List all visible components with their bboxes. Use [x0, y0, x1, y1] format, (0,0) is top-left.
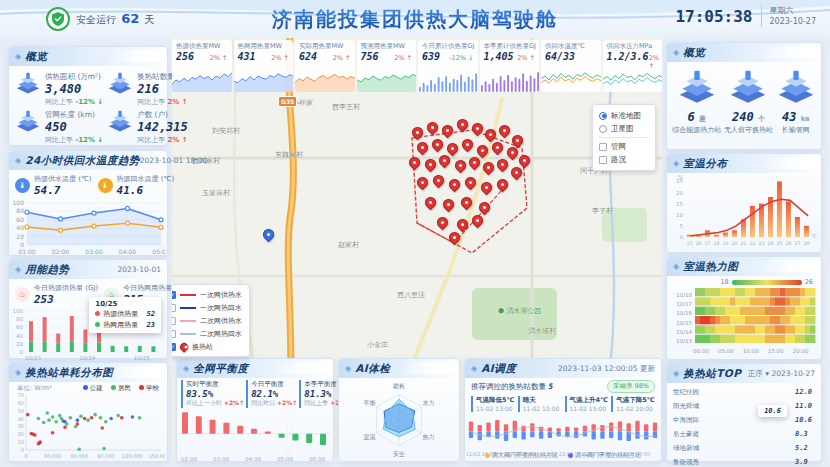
- radio-off-icon[interactable]: [599, 125, 607, 133]
- panel-title: 全网平衡度: [193, 362, 248, 376]
- place-label: 西八里洼: [397, 290, 425, 300]
- place-label: 西李王村: [332, 102, 360, 112]
- legend-public[interactable]: 公建: [83, 384, 103, 393]
- legend-school[interactable]: 学校: [139, 384, 159, 393]
- top-station-row[interactable]: 阳光舜城11.0: [667, 399, 821, 413]
- svg-text:0: 0: [20, 349, 24, 355]
- layer-satellite-option[interactable]: 卫星图: [599, 122, 649, 135]
- place-label: 清水坡村: [528, 326, 556, 336]
- clock-time: 17:05:38: [675, 7, 752, 26]
- safe-run-label: 安全运行: [76, 14, 116, 25]
- top-stations-chart[interactable]: 10.6 世纪佳园12.0阳光舜城11.0中海国际10.6名士豪庭8.3绿地新城…: [667, 383, 821, 467]
- svg-text:60: 60: [18, 400, 24, 406]
- checkbox-icon[interactable]: [599, 143, 607, 151]
- checkbox-icon[interactable]: [599, 156, 607, 164]
- panel-title: AI体检: [355, 362, 390, 376]
- heat-gradient: [732, 280, 802, 285]
- svg-text:℃: ℃: [811, 233, 817, 239]
- map-legend-item[interactable]: 二次网供热水: [172, 314, 244, 327]
- radar-chart[interactable]: 能耗水力热力安全室温平衡: [339, 378, 459, 458]
- kpi-card[interactable]: 供回水温度℃ 64/33: [541, 40, 601, 92]
- svg-text:0: 0: [24, 453, 27, 459]
- map-layer-control[interactable]: 标准地图 卫星图 管网 路况: [592, 104, 656, 171]
- kpi-card[interactable]: 供回水压力MPa 1.2/3.6 2% ↑: [603, 40, 663, 92]
- scatter-chart[interactable]: 010203040506070030,00060,00090,000120,00…: [11, 393, 165, 459]
- radio-on-icon[interactable]: [599, 112, 607, 120]
- svg-text:15: 15: [676, 201, 683, 207]
- dispatch-note: 推荐调控的换热站数量 5: [471, 382, 553, 392]
- top-station-row[interactable]: 世纪佳园12.0: [667, 385, 821, 399]
- device-3d-icon: [15, 109, 41, 135]
- top-station-row[interactable]: 绿地新城5.2: [667, 441, 821, 455]
- temp-dist-chart[interactable]: 0510152025%1516171819202122232425262728℃: [669, 173, 819, 247]
- svg-text:20: 20: [16, 341, 23, 347]
- legend-close-valve: 调小阀门开度的机组占比: [568, 451, 641, 460]
- map-legend[interactable]: 一次网供热水一次网热回水二次网供热水二次网热回水换热站: [172, 284, 250, 357]
- device-3d-icon: [776, 68, 816, 108]
- layer-standard-option[interactable]: 标准地图: [599, 109, 649, 122]
- svg-text:80: 80: [16, 207, 24, 214]
- svg-text:水力: 水力: [422, 399, 434, 406]
- panel-energy-trend: ◈用能趋势 2023-10-01 ♨ 今日热源供热量 (GJ)253 ♨ 今日热…: [8, 259, 168, 359]
- safe-run-badge: 安全运行 62 天: [46, 7, 154, 31]
- panel-title: 24小时供回水温度趋势: [25, 154, 140, 168]
- svg-text:10:00: 10:00: [743, 348, 759, 354]
- flame-icon: ♨: [15, 287, 30, 302]
- energy-trend-chart[interactable]: 10/25 热源供热量 52 热网用热量 23 02040608010010/2…: [11, 309, 165, 361]
- kpi-card[interactable]: 热源供热量MW 256 2% ↑: [172, 40, 232, 92]
- svg-text:24: 24: [767, 241, 773, 246]
- svg-text:05:00: 05:00: [277, 456, 293, 462]
- svg-text:40: 40: [18, 416, 24, 422]
- place-label: 小金庄: [367, 340, 388, 350]
- map-legend-item[interactable]: 一次网热回水: [172, 301, 244, 314]
- top-station-row[interactable]: 中海国际10.6: [667, 413, 821, 427]
- svg-text:22: 22: [749, 241, 755, 246]
- svg-text:15: 15: [686, 241, 692, 246]
- place-label: 赵家村: [338, 240, 359, 250]
- panel-title: 换热站TOP: [683, 367, 741, 381]
- device-3d-icon: [728, 68, 768, 108]
- legend-resident[interactable]: 居民: [111, 384, 131, 393]
- top-station-row[interactable]: 名士豪庭8.3: [667, 427, 821, 441]
- opt-traffic-label: 路况: [611, 155, 626, 165]
- svg-text:10: 10: [676, 212, 683, 218]
- svg-text:90,000: 90,000: [97, 453, 115, 459]
- svg-text:30: 30: [18, 423, 24, 429]
- balance-stat: 今日平衡度82.1% 同比昨日 +2%↑: [246, 380, 297, 408]
- svg-text:04:00: 04:00: [119, 248, 136, 255]
- map-legend-item[interactable]: 一次网供热水: [172, 288, 244, 301]
- temp-trend-chart[interactable]: 02040608010001:0002:0003:0004:0005:00: [11, 200, 165, 256]
- svg-text:30,000: 30,000: [44, 453, 62, 459]
- map-legend-item[interactable]: 换热站: [172, 340, 244, 353]
- source-heat-stat: ♨ 今日热源供热量 (GJ)253: [15, 282, 98, 306]
- kpi-card[interactable]: 今日累计供热量GJ 639 -12% ↓: [418, 40, 478, 92]
- top-station-row[interactable]: 鲁能领秀3.9: [667, 455, 821, 467]
- place-label: 东魏家村: [275, 150, 303, 160]
- device-3d-icon: [107, 71, 133, 97]
- svg-text:10/24: 10/24: [79, 355, 95, 361]
- date-select[interactable]: 2023-10-27: [771, 369, 815, 378]
- map-legend-item[interactable]: 二次网热回水: [172, 327, 244, 340]
- svg-text:70: 70: [18, 393, 24, 398]
- layer-standard-label: 标准地图: [611, 111, 641, 121]
- svg-text:20: 20: [16, 233, 24, 240]
- kpi-card[interactable]: 实际用热量MW 624 2% ↑: [295, 40, 355, 92]
- svg-text:04:00: 04:00: [245, 456, 261, 462]
- heatmap-chart[interactable]: 10/1810/1710/1610/1510/1410/1300:0005:00…: [669, 286, 819, 354]
- kpi-card[interactable]: 热网用热量MW 431 2% ↑: [234, 40, 294, 92]
- svg-text:10/17: 10/17: [676, 301, 692, 307]
- svg-text:15:00: 15:00: [768, 348, 784, 354]
- svg-text:10/25: 10/25: [134, 355, 150, 361]
- kpi-card[interactable]: 本季累计供热量GJ 1,405 2% ↑: [480, 40, 540, 92]
- opt-traffic-option[interactable]: 路况: [599, 153, 649, 166]
- svg-text:室温: 室温: [364, 433, 376, 440]
- sort-select[interactable]: 正序 ▾: [748, 369, 769, 378]
- device-3d-icon: [107, 109, 133, 135]
- place-label: 刘安邦村: [212, 126, 240, 136]
- top-tooltip: 10.6: [758, 405, 787, 417]
- balance-chart[interactable]: 02:0003:0004:0005:0006:00: [179, 410, 331, 462]
- opt-pipes-option[interactable]: 管网: [599, 140, 649, 153]
- kpi-card[interactable]: 预测用热量MW 756 2% ↑: [357, 40, 417, 92]
- supply-temp-stat: 🌡 热源供水温度 (℃)54.7: [15, 173, 92, 197]
- panel-title: 概览: [25, 50, 47, 64]
